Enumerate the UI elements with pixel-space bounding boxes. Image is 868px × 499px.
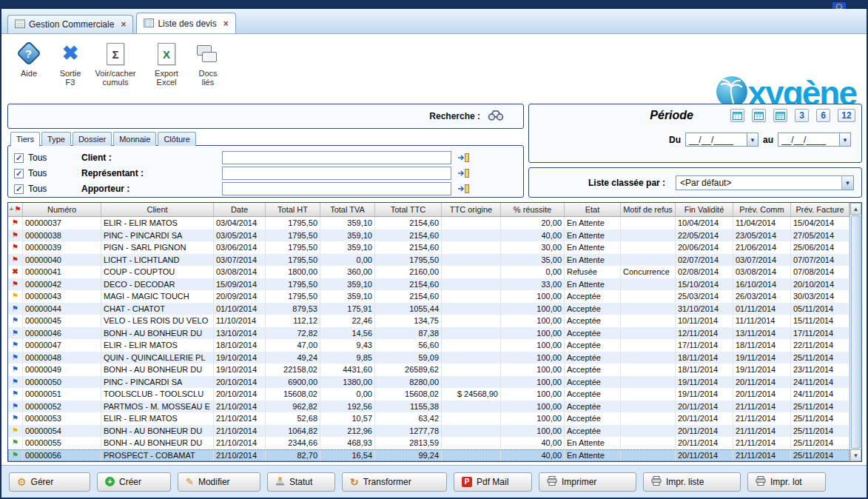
representant-lookup-icon[interactable] — [457, 168, 470, 178]
cell-ht: 1800,00 — [266, 266, 320, 278]
filter-tab-monnaie[interactable]: Monnaie — [113, 132, 156, 146]
table-row[interactable]: ⚑00000043MAGI - MAGIC TOUCH20/09/2014179… — [8, 290, 850, 303]
tab-close-icon[interactable]: × — [121, 19, 126, 30]
cell-reussite: 30,00 — [501, 241, 565, 254]
table-row[interactable]: ⚑00000056PROSPECT - COBAMAT21/10/201482,… — [8, 449, 850, 462]
calendar-month-icon[interactable] — [773, 109, 787, 122]
table-row[interactable]: ⚑00000051TOOLSCLUB - TOOLSCLU20/10/20141… — [8, 388, 850, 401]
cell-ttc: 2154,60 — [375, 241, 442, 254]
representant-all-checkbox[interactable]: ✓ — [14, 169, 24, 178]
table-row[interactable]: ✖00000041COUP - COUPTOU03/08/20141800,00… — [8, 266, 850, 278]
sort-select[interactable]: <Par défaut> ▾ — [676, 175, 854, 190]
client-lookup-icon[interactable] — [457, 153, 470, 163]
column-header-reussite[interactable]: % réussite — [501, 203, 565, 216]
flag-column-header[interactable]: +⚑ — [8, 203, 23, 216]
table-row[interactable]: ⚑00000042DECO - DECODAR15/09/20141795,50… — [8, 278, 850, 291]
filter-tab-cloture[interactable]: Clôture — [158, 132, 195, 146]
help-button[interactable]: ? Aide — [6, 41, 52, 78]
pdf-mail-button[interactable]: P Pdf Mail — [454, 472, 532, 492]
toggle-totals-button[interactable]: Σ Voir/cacher cumuls — [89, 41, 142, 87]
imprimer-liste-button[interactable]: Impr. liste — [643, 472, 741, 492]
table-row[interactable]: ⚑00000047ELIR - ELIR MATOS18/10/201447,0… — [8, 339, 850, 352]
client-all-checkbox[interactable]: ✓ — [14, 153, 24, 163]
table-row[interactable]: ⚑00000054BONH - AU BONHEUR DU21/10/20141… — [8, 425, 850, 438]
creer-button[interactable]: + Créer — [97, 472, 171, 492]
period-12-months-button[interactable]: 12 — [838, 109, 855, 122]
table-row[interactable]: ⚑00000040LICHT - LICHTLAND03/07/20141795… — [8, 254, 850, 267]
table-row[interactable]: ⚑00000038PINC - PINCARDI SA03/05/2014179… — [8, 230, 850, 242]
table-row[interactable]: ⚑00000048QUIN - QUINCAILLERIE PL19/10/20… — [8, 352, 850, 364]
transformer-button[interactable]: ↻ Transformer — [342, 472, 447, 492]
table-row[interactable]: ⚑00000039PIGN - SARL PIGNON03/06/2014179… — [8, 241, 850, 254]
cell-client: COUP - COUPTOU — [101, 266, 214, 278]
table-row[interactable]: ⚑00000037ELIR - ELIR MATOS03/04/20141795… — [8, 217, 850, 230]
cell-tva: 0,00 — [320, 254, 375, 267]
tab-close-icon[interactable]: × — [223, 19, 229, 29]
scroll-down-icon[interactable]: ▼ — [850, 449, 861, 461]
calendar-week-icon[interactable] — [752, 109, 766, 122]
apporteur-lookup-icon[interactable] — [457, 184, 470, 194]
period-3-months-button[interactable]: 3 — [795, 109, 809, 122]
cell-etat: En Attente — [565, 254, 621, 267]
column-header-ttc-origine[interactable]: TTC origine — [442, 203, 501, 216]
column-header-total-ttc[interactable]: Total TTC — [375, 203, 442, 216]
cell-comm: 23/05/2014 — [733, 230, 791, 242]
cell-etat: Acceptée — [565, 364, 621, 376]
column-header-total-tva[interactable]: Total TVA — [320, 203, 375, 216]
table-row[interactable]: ⚑00000046BONH - AU BONHEUR DU13/10/20147… — [8, 327, 850, 340]
filter-tab-tiers[interactable]: Tiers — [10, 132, 40, 147]
cell-fin: 19/11/2014 — [676, 376, 733, 389]
cell-etat: En Attente — [565, 437, 621, 449]
flag-icon: ⚑ — [8, 412, 23, 425]
imprimer-button[interactable]: Imprimer — [539, 472, 636, 492]
column-header-client[interactable]: Client — [101, 203, 214, 216]
cell-origine — [442, 376, 501, 389]
table-row[interactable]: ⚑00000049BONH - AU BONHEUR DU19/10/20142… — [8, 364, 850, 376]
table-row[interactable]: ⚑00000045VELO - LES ROIS DU VELO11/10/20… — [8, 315, 850, 327]
filter-tab-dossier[interactable]: Dossier — [73, 132, 112, 146]
column-header-etat[interactable]: Etat — [565, 203, 621, 216]
column-header-prev-comm[interactable]: Prév. Comm — [733, 203, 791, 216]
export-excel-button[interactable]: X Export Excel — [144, 41, 189, 87]
vertical-scrollbar[interactable]: ▲ ▼ — [850, 203, 861, 461]
statut-button[interactable]: Statut — [267, 472, 335, 492]
exit-button[interactable]: ✖ Sortie F3 — [47, 41, 93, 87]
tab-liste-des-devis[interactable]: Liste des devis × — [136, 13, 235, 33]
scrollbar-thumb[interactable] — [851, 215, 861, 449]
cell-etat: Acceptée — [565, 376, 621, 389]
table-row[interactable]: ⚑00000053ELIR - ELIR MATOS21/10/201452,6… — [8, 412, 850, 425]
scroll-up-icon[interactable]: ▲ — [850, 203, 861, 215]
cell-ttc: 1055,44 — [375, 303, 442, 315]
apporteur-input[interactable] — [222, 182, 451, 195]
modifier-button[interactable]: ✎ Modifier — [178, 472, 260, 492]
flag-icon: ⚑ — [8, 352, 23, 364]
column-header-motif[interactable]: Motif de refus — [621, 203, 676, 216]
cell-numero: 00000043 — [23, 290, 101, 303]
cell-client: PINC - PINCARDI SA — [101, 230, 214, 242]
gerer-button[interactable]: ⚙ Gérer — [9, 472, 90, 492]
date-to-input[interactable] — [778, 133, 840, 147]
column-header-prev-facture[interactable]: Prév. Facture — [791, 203, 850, 216]
column-header-numero[interactable]: Numéro — [23, 203, 101, 216]
table-row[interactable]: ⚑00000055BONH - AU BONHEUR DU21/10/20142… — [8, 437, 850, 449]
date-from-input[interactable] — [685, 133, 747, 147]
table-row[interactable]: ⚑00000044CHAT - CHATOT01/10/2014879,5317… — [8, 303, 850, 315]
calendar-day-icon[interactable] — [730, 109, 744, 122]
apporteur-all-checkbox[interactable]: ✓ — [14, 184, 24, 194]
binoculars-icon[interactable] — [488, 110, 504, 124]
linked-docs-button[interactable]: Docs liés — [185, 41, 231, 87]
column-header-total-ht[interactable]: Total HT — [266, 203, 320, 216]
table-row[interactable]: ⚑00000050PINC - PINCARDI SA20/10/2014690… — [8, 376, 850, 389]
period-6-months-button[interactable]: 6 — [816, 109, 830, 122]
date-to-calendar-dropdown[interactable]: ▾ — [840, 133, 851, 147]
cell-tva: 360,00 — [320, 266, 375, 278]
representant-input[interactable] — [222, 167, 451, 180]
filter-tab-type[interactable]: Type — [41, 132, 71, 146]
column-header-date[interactable]: Date — [214, 203, 266, 216]
imprimer-lot-button[interactable]: Impr. lot — [747, 472, 826, 492]
table-row[interactable]: ⚑00000052PARTMOS - M. MOSSEAU E21/10/201… — [8, 401, 850, 413]
column-header-fin-validite[interactable]: Fin Validité — [676, 203, 733, 216]
client-input[interactable] — [222, 151, 451, 164]
tab-gestion-commerciale[interactable]: Gestion Commerciale × — [7, 15, 133, 33]
date-from-calendar-dropdown[interactable]: ▾ — [747, 133, 758, 147]
